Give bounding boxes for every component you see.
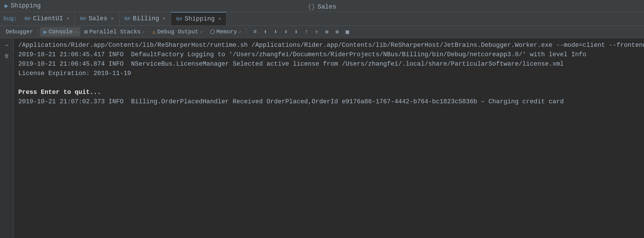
debug-output-icon: ⚠ — [152, 28, 156, 35]
main-content: ↵ 🗑 /Applications/Rider.app/Contents/lib… — [0, 38, 644, 238]
tab-billing-label: Billing — [133, 15, 159, 22]
gutter-btn-wrap[interactable]: ↵ — [2, 39, 12, 50]
toolbar-parallel-stacks-label: Parallel Stacks — [89, 29, 141, 35]
parallel-stacks-arrow-icon: ↗ — [142, 29, 145, 34]
toolbar-console[interactable]: ▶ Console ↗ — [40, 27, 80, 37]
tab-clientui-label: ClientUI — [33, 15, 63, 22]
debug-btn-step-over[interactable]: ⬆ — [261, 27, 270, 37]
tab-sales-icon: N# — [80, 16, 86, 22]
gutter: ↵ 🗑 — [0, 38, 14, 238]
toolbar-memory-label: Memory — [217, 29, 237, 35]
tab-shipping-close[interactable]: × — [218, 16, 221, 22]
console-line-line6: Press Enter to quit... — [18, 88, 639, 97]
tab-billing-icon: N# — [125, 16, 131, 22]
title-bar-icon: ▶ — [5, 2, 8, 10]
debug-btn-step-into[interactable]: ⬇ — [271, 27, 280, 37]
tab-shipping-label: Shipping — [185, 15, 215, 23]
tab-bar: {} Sales bug: N# ClientUI × N# Sales × N… — [0, 12, 644, 26]
tab-sales[interactable]: N# Sales × — [75, 12, 119, 25]
toolbar-debugger-label: Debugger — [6, 29, 33, 35]
debug-btn-stop[interactable]: ⊗ — [333, 27, 342, 37]
toolbar: Debugger ▶ Console ↗ ⊞ Parallel Stacks ↗… — [0, 26, 644, 38]
toolbar-debug-output-label: Debug Output — [157, 29, 198, 35]
console-output[interactable]: /Applications/Rider.app/Contents/lib/ReS… — [14, 38, 644, 238]
debug-btn-resume[interactable]: ↑ — [302, 27, 311, 37]
tab-shipping[interactable]: N# Shipping × — [171, 12, 227, 25]
debug-output-arrow-icon: ↗ — [200, 29, 202, 34]
console-line-line7: 2019-10-21 21:07:02.373 INFO Billing.Ord… — [18, 97, 639, 106]
memory-arrow-icon: ↗ — [239, 29, 241, 34]
console-line-line2: 2019-10-21 21:06:45.417 INFO DefaultFact… — [18, 50, 639, 59]
debug-btn-run-to-cursor[interactable]: ⬇ — [292, 27, 301, 37]
center-title-label: Sales — [317, 3, 336, 11]
console-arrow-icon: ↗ — [74, 29, 77, 34]
debug-btn-evaluate[interactable]: ⊕ — [322, 27, 331, 37]
tab-prefix: bug: — [1, 12, 19, 25]
gutter-btn-clear[interactable]: 🗑 — [2, 51, 12, 61]
tab-billing-close[interactable]: × — [163, 16, 166, 22]
memory-icon: ⬡ — [210, 28, 215, 35]
debug-controls: ≡ ⬆ ⬇ ⬇ ⬇ ↑ ⇑ ⊕ ⊗ ▦ — [250, 27, 352, 37]
debug-btn-pause[interactable]: ⇑ — [312, 27, 321, 37]
toolbar-console-label: Console — [49, 29, 73, 35]
console-line-line5 — [18, 78, 639, 88]
tab-billing[interactable]: N# Billing × — [119, 12, 171, 25]
toolbar-sep-1 — [38, 28, 38, 36]
console-run-icon: ▶ — [44, 28, 47, 35]
tab-sales-close[interactable]: × — [111, 16, 114, 22]
tab-sales-label: Sales — [89, 15, 107, 22]
toolbar-memory[interactable]: ⬡ Memory ↗ — [207, 27, 244, 37]
toolbar-parallel-stacks[interactable]: ⊞ Parallel Stacks ↗ — [81, 27, 148, 37]
toolbar-debug-output[interactable]: ⚠ Debug Output ↗ — [149, 27, 206, 37]
console-line-line1: /Applications/Rider.app/Contents/lib/ReS… — [18, 41, 639, 50]
tab-clientui[interactable]: N# ClientUI × — [19, 12, 75, 25]
title-bar-title: Shipping — [11, 2, 41, 9]
parallel-stacks-icon: ⊞ — [84, 28, 88, 35]
debug-btn-grid[interactable]: ▦ — [343, 27, 352, 37]
debug-btn-menu[interactable]: ≡ — [250, 27, 260, 37]
tab-clientui-icon: N# — [25, 16, 31, 22]
debug-btn-step-out[interactable]: ⬇ — [281, 27, 290, 37]
tab-shipping-icon: N# — [176, 16, 182, 22]
console-line-line4: License Expiration: 2019-11-19 — [18, 69, 639, 78]
center-title-icon: {} — [308, 3, 315, 11]
tab-clientui-close[interactable]: × — [66, 16, 70, 22]
toolbar-debugger[interactable]: Debugger — [2, 27, 36, 36]
toolbar-sep-2 — [246, 28, 246, 36]
console-line-line3: 2019-10-21 21:06:45.874 INFO NServiceBus… — [18, 59, 639, 69]
